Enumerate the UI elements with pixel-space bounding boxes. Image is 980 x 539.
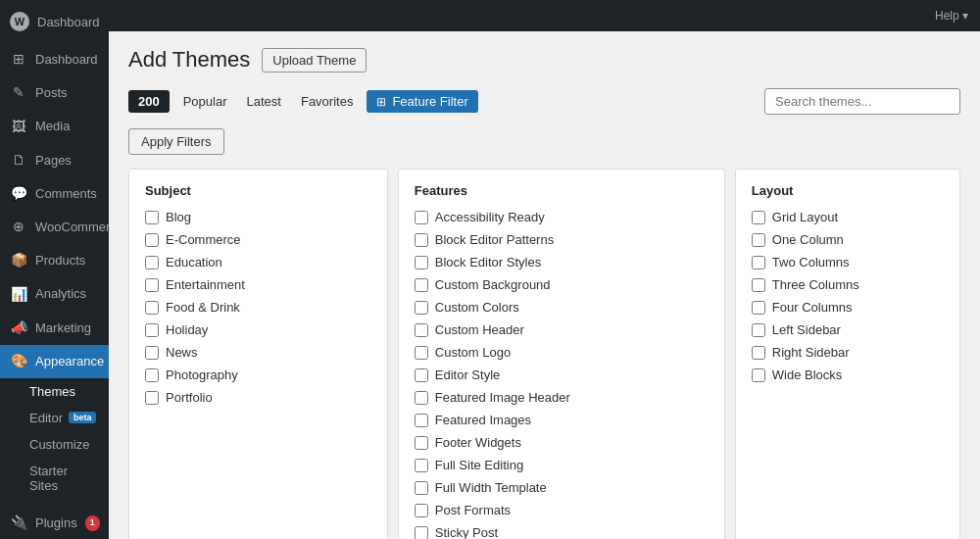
checkbox-input[interactable] (415, 436, 428, 450)
submenu-themes[interactable]: Themes (0, 378, 109, 405)
tab-favorites[interactable]: Favorites (291, 90, 363, 113)
checkbox-item[interactable]: Three Columns (752, 277, 944, 292)
sidebar-item-analytics[interactable]: 📊 Analytics (0, 277, 109, 311)
checkbox-input[interactable] (752, 346, 765, 360)
checkbox-input[interactable] (752, 323, 765, 337)
checkbox-item[interactable]: News (145, 345, 371, 360)
sidebar-item-pages[interactable]: 🗋 Pages (0, 144, 109, 177)
checkbox-input[interactable] (415, 346, 428, 360)
checkbox-item[interactable]: Left Sidebar (752, 322, 944, 337)
checkbox-input[interactable] (415, 368, 428, 382)
media-icon: 🖼 (10, 118, 27, 135)
checkbox-item[interactable]: Full Site Editing (415, 458, 709, 472)
checkbox-item[interactable]: Sticky Post (415, 525, 709, 539)
content-area: Add Themes Upload Theme 200 Popular Late… (109, 31, 980, 539)
sidebar-item-products[interactable]: 📦 Products (0, 244, 109, 277)
submenu-customize[interactable]: Customize (0, 431, 109, 458)
apply-filters-area: Apply Filters (128, 128, 960, 169)
sidebar-item-comments[interactable]: 💬 Comments (0, 177, 109, 211)
checkbox-input[interactable] (145, 211, 159, 224)
checkbox-item[interactable]: Custom Header (415, 322, 709, 337)
checkbox-item[interactable]: Four Columns (752, 300, 944, 315)
checkbox-item[interactable]: Accessibility Ready (415, 210, 709, 224)
sidebar-item-marketing[interactable]: 📣 Marketing (0, 312, 109, 345)
sidebar-item-plugins[interactable]: 🔌 Plugins 1 (0, 507, 109, 539)
checkbox-item[interactable]: Wide Blocks (752, 368, 944, 382)
checkbox-input[interactable] (415, 526, 428, 540)
checkbox-input[interactable] (415, 256, 428, 270)
checkbox-item[interactable]: Post Formats (415, 503, 709, 517)
checkbox-item[interactable]: Education (145, 255, 371, 270)
checkbox-item[interactable]: Featured Image Header (415, 390, 709, 405)
checkbox-input[interactable] (415, 459, 428, 472)
checkbox-input[interactable] (145, 391, 159, 405)
checkbox-item[interactable]: Featured Images (415, 413, 709, 427)
checkbox-input[interactable] (415, 233, 428, 247)
checkbox-item[interactable]: Footer Widgets (415, 435, 709, 450)
submenu-starter-sites[interactable]: Starter Sites (0, 458, 109, 499)
checkbox-label: Full Width Template (435, 480, 547, 495)
checkbox-input[interactable] (752, 368, 765, 382)
checkbox-item[interactable]: Portfolio (145, 390, 371, 405)
search-themes-input[interactable] (764, 88, 960, 115)
checkbox-item[interactable]: E-Commerce (145, 232, 371, 247)
checkbox-item[interactable]: Editor Style (415, 368, 709, 382)
checkbox-item[interactable]: Holiday (145, 322, 371, 337)
checkbox-input[interactable] (145, 368, 159, 382)
sidebar-item-media[interactable]: 🖼 Media (0, 110, 109, 143)
checkbox-label: Left Sidebar (772, 322, 841, 337)
checkbox-item[interactable]: Grid Layout (752, 210, 944, 224)
checkbox-item[interactable]: Entertainment (145, 277, 371, 292)
checkbox-input[interactable] (145, 323, 159, 337)
checkbox-item[interactable]: One Column (752, 232, 944, 247)
checkbox-input[interactable] (145, 233, 159, 247)
checkbox-input[interactable] (415, 481, 428, 495)
upload-theme-button[interactable]: Upload Theme (262, 48, 367, 73)
checkbox-item[interactable]: Block Editor Styles (415, 255, 709, 270)
checkbox-input[interactable] (752, 233, 765, 247)
sidebar-item-woocommerce[interactable]: ⊕ WooCommerce (0, 211, 109, 244)
checkbox-input[interactable] (415, 211, 428, 224)
checkbox-item[interactable]: Right Sidebar (752, 345, 944, 360)
tab-feature-filter[interactable]: ⊞ Feature Filter (367, 90, 477, 113)
checkbox-item[interactable]: Photography (145, 368, 371, 382)
checkbox-item[interactable]: Block Editor Patterns (415, 232, 709, 247)
checkbox-item[interactable]: Custom Colors (415, 300, 709, 315)
sidebar-item-posts[interactable]: ✎ Posts (0, 76, 109, 110)
main-area: Help ▾ Add Themes Upload Theme 200 Popul… (109, 0, 980, 539)
checkbox-input[interactable] (415, 504, 428, 517)
checkbox-item[interactable]: Custom Logo (415, 345, 709, 360)
checkbox-input[interactable] (145, 256, 159, 270)
help-button[interactable]: Help ▾ (935, 9, 968, 23)
tab-latest[interactable]: Latest (237, 90, 291, 113)
sidebar-logo[interactable]: W Dashboard (0, 0, 109, 43)
submenu-editor[interactable]: Editor beta (0, 405, 109, 431)
checkbox-input[interactable] (752, 211, 765, 224)
checkbox-item[interactable]: Blog (145, 210, 371, 224)
apply-filters-button[interactable]: Apply Filters (128, 128, 224, 155)
sidebar-item-dashboard[interactable]: ⊞ Dashboard (0, 43, 109, 76)
checkbox-input[interactable] (145, 301, 159, 315)
checkbox-item[interactable]: Food & Drink (145, 300, 371, 315)
checkbox-input[interactable] (752, 278, 765, 292)
checkbox-item[interactable]: Full Width Template (415, 480, 709, 495)
checkbox-item[interactable]: Two Columns (752, 255, 944, 270)
checkbox-item[interactable]: Custom Background (415, 277, 709, 292)
checkbox-input[interactable] (415, 278, 428, 292)
sidebar-item-appearance[interactable]: 🎨 Appearance (0, 345, 109, 378)
editor-beta-badge: beta (69, 412, 97, 423)
feature-filter-label: Feature Filter (392, 94, 467, 109)
checkbox-input[interactable] (415, 301, 428, 315)
features-panel-title: Features (415, 183, 709, 198)
themes-label: Themes (29, 384, 75, 399)
checkbox-input[interactable] (415, 391, 428, 405)
tab-popular[interactable]: Popular (173, 90, 237, 113)
checkbox-input[interactable] (415, 323, 428, 337)
checkbox-input[interactable] (752, 301, 765, 315)
marketing-icon: 📣 (10, 319, 27, 337)
layout-panel: Layout Grid LayoutOne ColumnTwo ColumnsT… (735, 169, 960, 539)
checkbox-input[interactable] (752, 256, 765, 270)
checkbox-input[interactable] (145, 346, 159, 360)
checkbox-input[interactable] (145, 278, 159, 292)
checkbox-input[interactable] (415, 414, 428, 427)
